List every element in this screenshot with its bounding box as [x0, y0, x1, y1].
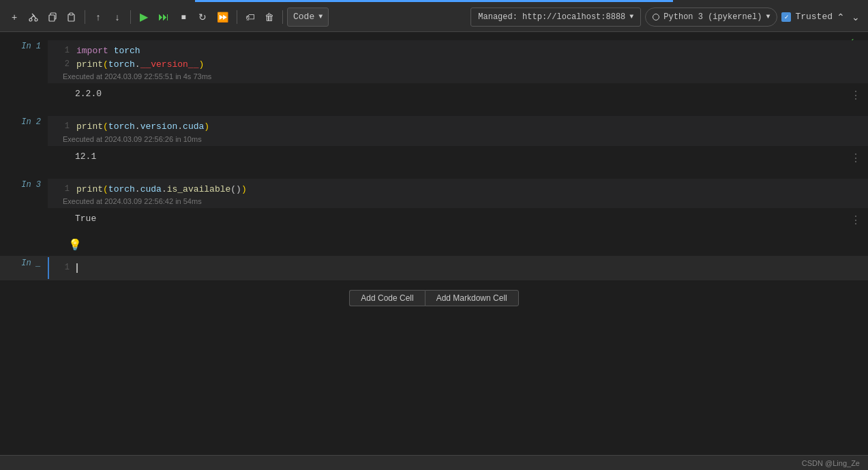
delete-button[interactable]: 🗑: [260, 8, 278, 27]
add-cell-button[interactable]: +: [5, 8, 23, 27]
kernel-name-label: Python 3 (ipykernel): [663, 12, 762, 22]
cell-3-output-row: True ⋮: [0, 209, 868, 234]
kernel-url-chevron: ▼: [629, 13, 633, 20]
add-cells-bar: Add Code Cell Add Markdown Cell: [0, 283, 868, 313]
cell-2-label: In 2: [0, 116, 48, 127]
fast-forward-button[interactable]: ⏩: [213, 8, 233, 27]
stop-button[interactable]: ■: [175, 8, 192, 27]
cell-1-output-content: 2.2.0 ⋮: [68, 85, 868, 103]
cell-3-line-1: 1 print(torch.cuda.is_available()): [56, 183, 861, 196]
progress-bar-container: [0, 0, 868, 2]
cell-1-label: In 1: [0, 40, 48, 51]
cell-4: In _ 1: [0, 256, 868, 280]
move-down-button[interactable]: ↓: [108, 8, 126, 27]
cell-type-dropdown[interactable]: Code ▼: [287, 8, 329, 27]
cell-2: In 2 1 print(torch.version.cuda) Execute…: [0, 115, 868, 172]
copy-button[interactable]: [44, 8, 61, 27]
tag-button[interactable]: 🏷: [241, 8, 259, 27]
cell-1-exec-info: Executed at 2024.03.09 22:55:51 in 4s 73…: [56, 71, 861, 83]
cell-3-output-content: True ⋮: [68, 209, 868, 228]
cell-3-input-row: In 3 1 print(torch.cuda.is_available()) …: [0, 177, 868, 210]
kernel-status-circle: [653, 14, 659, 20]
cell-sep-1: [0, 109, 868, 115]
kernel-selector[interactable]: Python 3 (ipykernel) ▼: [645, 8, 777, 27]
progress-bar: [195, 0, 672, 2]
cell-1-output-menu[interactable]: ⋮: [850, 89, 861, 102]
status-text: CSDN @Ling_Ze: [802, 459, 860, 467]
toolbar-sep-1: [85, 10, 85, 24]
kernel-chevron: ▼: [766, 13, 770, 20]
toolbar-sep-2: [130, 10, 131, 24]
cell-4-label: In _: [0, 257, 48, 268]
notebook: ✓ In 1 1 import torch 2 print(torch.__ve…: [0, 32, 868, 455]
add-code-cell-button[interactable]: Add Code Cell: [349, 290, 424, 306]
cell-1-output-value: 2.2.0: [75, 89, 102, 99]
cell-4-line-1[interactable]: 1: [56, 261, 861, 275]
nav-down-button[interactable]: ⌄: [849, 10, 863, 24]
status-bar: CSDN @Ling_Ze: [0, 455, 868, 470]
run-button[interactable]: ▶: [135, 8, 153, 27]
cell-3-label: In 3: [0, 179, 48, 190]
cell-1-input-row: In 1 1 import torch 2 print(torch.__vers…: [0, 39, 868, 85]
trusted-area: ✓ Trusted: [781, 12, 833, 22]
toolbar-sep-4: [282, 10, 283, 24]
trusted-label: Trusted: [795, 12, 833, 22]
toolbar: + ↑ ↓ ▶ ⏭ ■ ↻ ⏩ 🏷 🗑 Code ▼ Managed: http…: [0, 2, 868, 32]
svg-line-2: [31, 16, 33, 18]
svg-point-1: [35, 18, 38, 21]
cell-1: In 1 1 import torch 2 print(torch.__vers…: [0, 39, 868, 109]
cell-3-output-menu[interactable]: ⋮: [850, 214, 861, 226]
nav-up-button[interactable]: ⌃: [834, 10, 848, 24]
add-markdown-cell-button[interactable]: Add Markdown Cell: [425, 290, 519, 306]
cell-3: In 3 1 print(torch.cuda.is_available()) …: [0, 177, 868, 256]
cell-2-line-1: 1 print(torch.version.cuda): [56, 120, 861, 134]
run-all-button[interactable]: ⏭: [154, 8, 173, 27]
cell-2-input-row: In 2 1 print(torch.version.cuda) Execute…: [0, 115, 868, 147]
move-up-button[interactable]: ↑: [89, 8, 107, 27]
cell-3-exec-info: Executed at 2024.03.09 22:56:42 in 54ms: [56, 196, 861, 208]
paste-button[interactable]: [63, 8, 80, 27]
svg-rect-8: [70, 13, 73, 15]
restart-button[interactable]: ↻: [194, 8, 211, 27]
cell-4-input-row: In _ 1: [0, 256, 868, 280]
cell-2-exec-info: Executed at 2024.03.09 22:56:26 in 10ms: [56, 134, 861, 146]
svg-rect-6: [49, 15, 55, 21]
cell-type-label: Code: [293, 12, 314, 22]
trusted-checkbox[interactable]: ✓: [781, 12, 791, 22]
kernel-url-label: Managed: http://localhost:8888: [478, 12, 625, 22]
cell-1-line-1: 1 import torch: [56, 44, 861, 58]
cell-1-output-row: 2.2.0 ⋮: [0, 85, 868, 109]
toolbar-sep-3: [237, 10, 237, 24]
cell-2-output-menu[interactable]: ⋮: [850, 151, 861, 164]
lightbulb-row: 💡: [0, 234, 868, 256]
cell-2-output-value: 12.1: [75, 151, 96, 162]
cell-2-output-row: 12.1 ⋮: [0, 147, 868, 172]
cut-button[interactable]: [25, 8, 42, 27]
cell-3-output-value: True: [75, 214, 96, 224]
cell-type-chevron: ▼: [318, 13, 323, 20]
kernel-url-selector[interactable]: Managed: http://localhost:8888 ▼: [470, 8, 641, 27]
cell-sep-2: [0, 172, 868, 177]
cell-1-line-2: 2 print(torch.__version__): [56, 58, 861, 72]
lightbulb-icon: 💡: [68, 235, 89, 254]
cell-2-output-content: 12.1 ⋮: [68, 147, 868, 166]
svg-point-0: [29, 18, 32, 21]
